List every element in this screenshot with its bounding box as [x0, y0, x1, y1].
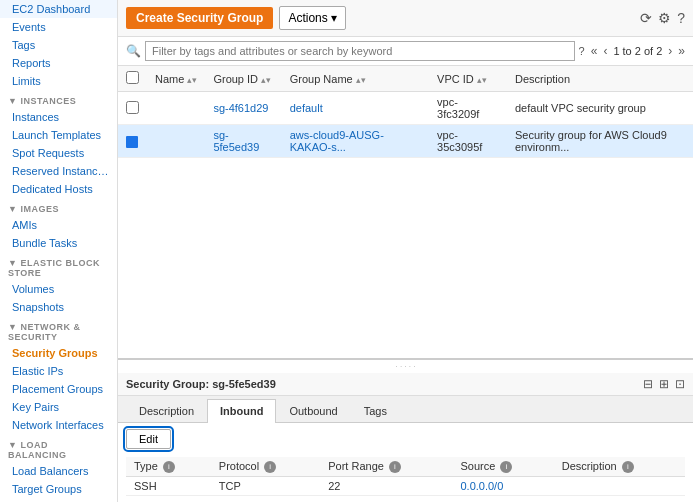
panel-window-icons: ⊟ ⊞ ⊡ [643, 377, 685, 391]
panel-header: Security Group: sg-5fe5ed39 ⊟ ⊞ ⊡ [118, 373, 693, 396]
row-name-0 [147, 92, 205, 125]
col-type: Type i [126, 457, 211, 477]
actions-button[interactable]: Actions ▾ [279, 6, 345, 30]
panel-content: Edit Type i Protocol i Port Range i Sour… [118, 423, 693, 502]
sidebar-item-spot-requests[interactable]: Spot Requests [0, 144, 117, 162]
inbound-row: SSH TCP 22 0.0.0.0/0 [126, 477, 685, 496]
group-id-sort-icon[interactable]: ▴▾ [261, 75, 271, 85]
col-name: Name ▴▾ [147, 66, 205, 92]
security-groups-table: Name ▴▾ Group ID ▴▾ Group Name ▴▾ VPC ID… [118, 66, 693, 158]
sidebar-item-placement-groups[interactable]: Placement Groups [0, 380, 117, 398]
row-name-1 [147, 125, 205, 158]
pagination-text: 1 to 2 of 2 [613, 45, 662, 57]
sidebar-item-target-groups[interactable]: Target Groups [0, 480, 117, 498]
col-description: Description [507, 66, 693, 92]
sidebar-item-ec2-dashboard[interactable]: EC2 Dashboard [0, 0, 117, 18]
table-container: Name ▴▾ Group ID ▴▾ Group Name ▴▾ VPC ID… [118, 66, 693, 358]
row-group-name-0: default [282, 92, 429, 125]
sidebar-item-elastic-ips[interactable]: Elastic IPs [0, 362, 117, 380]
prev-prev-icon[interactable]: « [591, 44, 598, 58]
group-name-sort-icon[interactable]: ▴▾ [356, 75, 366, 85]
col-port-range: Port Range i [320, 457, 452, 477]
vpc-id-sort-icon[interactable]: ▴▾ [477, 75, 487, 85]
next-next-icon[interactable]: » [678, 44, 685, 58]
actions-label: Actions [288, 11, 327, 25]
tab-outbound[interactable]: Outbound [276, 399, 350, 422]
inbound-header-row: Type i Protocol i Port Range i Source i … [126, 457, 685, 477]
panel-tabs: DescriptionInboundOutboundTags [118, 396, 693, 423]
search-bar: 🔍 ? « ‹ 1 to 2 of 2 › » [118, 37, 693, 66]
select-all-checkbox[interactable] [126, 71, 139, 84]
row-group-id-0: sg-4f61d29 [205, 92, 281, 125]
table-row[interactable]: sg-4f61d29 default vpc-3fc3209f default … [118, 92, 693, 125]
col-desc: Description i [554, 457, 685, 477]
desc-info-icon[interactable]: i [622, 461, 634, 473]
prev-icon[interactable]: ‹ [603, 44, 607, 58]
sidebar-item-launch-templates[interactable]: Launch Templates [0, 126, 117, 144]
inbound-rules-table: Type i Protocol i Port Range i Source i … [126, 457, 685, 496]
col-group-id: Group ID ▴▾ [205, 66, 281, 92]
inbound-source-0: 0.0.0.0/0 [452, 477, 553, 496]
sidebar-section-elastic-block-store: ▼ ELASTIC BLOCK STORE [0, 252, 117, 280]
sidebar-section-instances: ▼ INSTANCES [0, 90, 117, 108]
main-content: Create Security Group Actions ▾ ⟳ ⚙ ? 🔍 … [118, 0, 693, 502]
inbound-port-0: 22 [320, 477, 452, 496]
protocol-info-icon[interactable]: i [264, 461, 276, 473]
settings-icon[interactable]: ⚙ [658, 10, 671, 26]
row-description-1: Security group for AWS Cloud9 environm..… [507, 125, 693, 158]
tab-tags[interactable]: Tags [351, 399, 400, 422]
search-icon: 🔍 [126, 44, 141, 58]
sidebar-item-instances[interactable]: Instances [0, 108, 117, 126]
sidebar-item-network-interfaces[interactable]: Network Interfaces [0, 416, 117, 434]
help-icon[interactable]: ? [677, 10, 685, 26]
sidebar-item-dedicated-hosts[interactable]: Dedicated Hosts [0, 180, 117, 198]
bottom-panel: · · · · · Security Group: sg-5fe5ed39 ⊟ … [118, 358, 693, 502]
search-input[interactable] [145, 41, 575, 61]
sidebar-item-reports[interactable]: Reports [0, 54, 117, 72]
table-header-row: Name ▴▾ Group ID ▴▾ Group Name ▴▾ VPC ID… [118, 66, 693, 92]
next-icon[interactable]: › [668, 44, 672, 58]
row-blue-icon-1 [126, 136, 138, 148]
minimize-panel-icon[interactable]: ⊟ [643, 377, 653, 391]
search-icons: ? « ‹ 1 to 2 of 2 › » [579, 44, 685, 58]
sidebar-item-bundle-tasks[interactable]: Bundle Tasks [0, 234, 117, 252]
resize-handle[interactable]: · · · · · [118, 360, 693, 373]
panel-title: Security Group: sg-5fe5ed39 [126, 378, 276, 390]
sidebar-item-events[interactable]: Events [0, 18, 117, 36]
restore-panel-icon[interactable]: ⊞ [659, 377, 669, 391]
sidebar-item-limits[interactable]: Limits [0, 72, 117, 90]
port-range-info-icon[interactable]: i [389, 461, 401, 473]
row-checkbox-0[interactable] [126, 101, 139, 114]
sidebar-item-load-balancers[interactable]: Load Balancers [0, 462, 117, 480]
sidebar-item-volumes[interactable]: Volumes [0, 280, 117, 298]
name-sort-icon[interactable]: ▴▾ [187, 75, 197, 85]
refresh-icon[interactable]: ⟳ [640, 10, 652, 26]
row-vpc-id-1: vpc-35c3095f [429, 125, 507, 158]
maximize-panel-icon[interactable]: ⊡ [675, 377, 685, 391]
filter-help-icon[interactable]: ? [579, 45, 585, 57]
sidebar-item-snapshots[interactable]: Snapshots [0, 298, 117, 316]
row-checkbox-cell-1 [118, 125, 147, 158]
sidebar-section-auto-scaling: ▼ AUTO SCALING [0, 498, 117, 502]
sidebar-item-key-pairs[interactable]: Key Pairs [0, 398, 117, 416]
sidebar-item-reserved-instances[interactable]: Reserved Instances [0, 162, 117, 180]
toolbar: Create Security Group Actions ▾ ⟳ ⚙ ? [118, 0, 693, 37]
col-group-name: Group Name ▴▾ [282, 66, 429, 92]
edit-button[interactable]: Edit [126, 429, 171, 449]
toolbar-icons: ⟳ ⚙ ? [640, 10, 685, 26]
select-all-header [118, 66, 147, 92]
row-group-name-1: aws-cloud9-AUSG-KAKAO-s... [282, 125, 429, 158]
sidebar-section-load-balancing: ▼ LOAD BALANCING [0, 434, 117, 462]
tab-description[interactable]: Description [126, 399, 207, 422]
source-info-icon[interactable]: i [500, 461, 512, 473]
sidebar-item-security-groups[interactable]: Security Groups [0, 344, 117, 362]
sidebar-item-tags[interactable]: Tags [0, 36, 117, 54]
table-row[interactable]: sg-5fe5ed39 aws-cloud9-AUSG-KAKAO-s... v… [118, 125, 693, 158]
sidebar-section-images: ▼ IMAGES [0, 198, 117, 216]
sidebar-item-amis[interactable]: AMIs [0, 216, 117, 234]
type-info-icon[interactable]: i [163, 461, 175, 473]
create-security-group-button[interactable]: Create Security Group [126, 7, 273, 29]
inbound-type-0: SSH [126, 477, 211, 496]
row-description-0: default VPC security group [507, 92, 693, 125]
tab-inbound[interactable]: Inbound [207, 399, 276, 423]
